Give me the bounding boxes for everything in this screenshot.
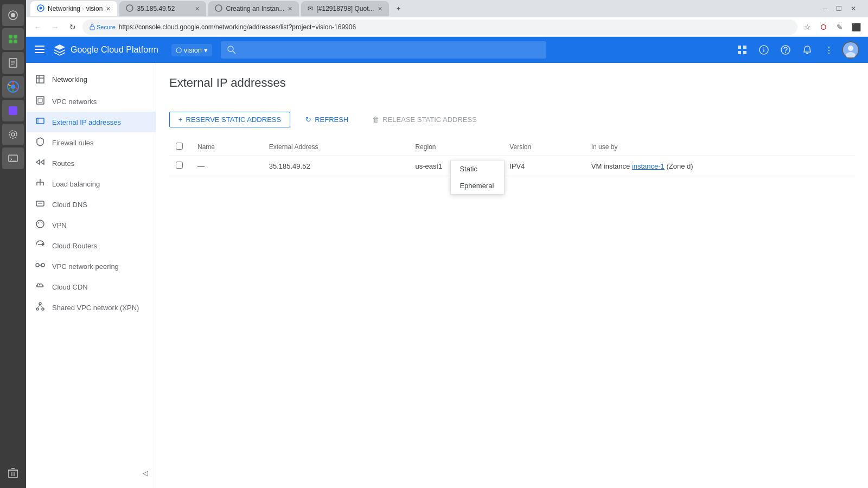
taskbar-icon-files[interactable] xyxy=(2,52,24,74)
title-bar: Networking - vision ✕ 35.185.49.52 ✕ Cre… xyxy=(26,0,868,17)
row-in-use-by: VM instance instance-1 (Zone d) xyxy=(585,156,855,176)
page-title: External IP addresses xyxy=(169,76,286,90)
svg-rect-27 xyxy=(90,27,94,30)
select-all-checkbox[interactable] xyxy=(176,143,183,150)
taskbar-icon-1[interactable] xyxy=(2,4,24,26)
sidebar-label-vpc-peering: VPC network peering xyxy=(52,262,119,271)
header-more-icon[interactable]: ⋮ xyxy=(820,41,838,59)
extensions-btn[interactable]: ⬛ xyxy=(848,20,864,35)
project-dropdown-icon: ▾ xyxy=(204,46,208,54)
svg-rect-15 xyxy=(9,155,17,162)
col-version: Version xyxy=(503,138,585,156)
svg-point-26 xyxy=(215,5,222,11)
address-bar[interactable]: Secure https://console.cloud.google.com/… xyxy=(82,20,797,35)
tab-label-1: Networking - vision xyxy=(48,5,103,12)
sidebar-item-external-ip[interactable]: External IP addresses xyxy=(26,112,156,132)
sidebar-item-cloud-dns[interactable]: Cloud DNS xyxy=(26,194,156,215)
col-checkbox xyxy=(169,138,191,156)
reload-button[interactable]: ↻ xyxy=(65,20,80,35)
col-name: Name xyxy=(191,138,263,156)
taskbar-icon-chrome[interactable] xyxy=(2,76,24,98)
taskbar-icon-purple[interactable] xyxy=(2,100,24,121)
sidebar-item-routes[interactable]: Routes xyxy=(26,153,156,174)
header-help-icon[interactable] xyxy=(777,41,794,59)
reserve-label: RESERVE STATIC ADDRESS xyxy=(186,115,282,124)
header-notif-icon[interactable] xyxy=(799,41,816,59)
tab-close-1[interactable]: ✕ xyxy=(106,5,111,12)
row-checkbox-1[interactable] xyxy=(176,162,183,169)
row-checkbox-cell xyxy=(169,156,191,176)
taskbar-icon-trash[interactable] xyxy=(2,462,24,484)
new-tab-button[interactable]: + xyxy=(391,1,406,16)
svg-point-25 xyxy=(126,5,133,11)
data-table: Name External Address Region Version In … xyxy=(169,138,855,176)
tab-favicon-2 xyxy=(126,4,133,14)
tab-ip[interactable]: 35.185.49.52 ✕ xyxy=(119,1,206,16)
release-static-btn[interactable]: 🗑 RELEASE STATIC ADDRESS xyxy=(363,112,486,127)
sidebar-item-vpn[interactable]: VPN xyxy=(26,215,156,235)
svg-rect-5 xyxy=(14,40,17,43)
cloud-dns-icon xyxy=(35,198,46,210)
release-label: RELEASE STATIC ADDRESS xyxy=(382,115,477,124)
svg-point-11 xyxy=(11,85,15,89)
svg-point-63 xyxy=(39,303,41,305)
edit-btn[interactable]: ✎ xyxy=(832,20,847,35)
dropdown-static[interactable]: Static xyxy=(451,160,504,177)
tab-close-4[interactable]: ✕ xyxy=(378,5,382,12)
sidebar-label-vpn: VPN xyxy=(52,221,67,229)
sidebar-item-firewall-rules[interactable]: Firewall rules xyxy=(26,132,156,153)
minimize-btn[interactable]: ─ xyxy=(819,3,831,15)
load-balancing-icon xyxy=(35,178,46,190)
dropdown-ephemeral[interactable]: Ephemeral xyxy=(451,177,504,194)
header-grid-icon[interactable] xyxy=(733,41,751,59)
sidebar-item-cloud-routers[interactable]: Cloud Routers xyxy=(26,235,156,256)
sidebar-label-routes: Routes xyxy=(52,159,74,168)
reserve-static-btn[interactable]: + RESERVE STATIC ADDRESS xyxy=(169,112,290,127)
svg-point-61 xyxy=(41,264,44,267)
sidebar-label-cloud-cdn: Cloud CDN xyxy=(52,283,88,291)
sidebar-collapse-btn[interactable]: ◁ xyxy=(139,466,152,479)
tab-networking[interactable]: Networking - vision ✕ xyxy=(30,1,117,16)
sidebar-item-vpc-peering[interactable]: VPC network peering xyxy=(26,256,156,277)
refresh-icon: ↻ xyxy=(305,115,311,124)
bookmark-btn[interactable]: ☆ xyxy=(800,20,815,35)
tab-label-2: 35.185.49.52 xyxy=(137,5,175,12)
vpc-peering-icon xyxy=(35,260,46,272)
refresh-btn[interactable]: ↻ REFRESH xyxy=(297,112,357,127)
svg-rect-2 xyxy=(9,35,12,38)
maximize-btn[interactable]: ☐ xyxy=(833,3,845,15)
external-ip-icon xyxy=(35,116,46,128)
svg-point-44 xyxy=(848,46,853,51)
tab-close-3[interactable]: ✕ xyxy=(288,5,292,12)
chrome-window: Networking - vision ✕ 35.185.49.52 ✕ Cre… xyxy=(26,0,868,488)
address-url: https://console.cloud.google.com/network… xyxy=(119,23,356,31)
close-btn[interactable]: ✕ xyxy=(847,3,859,15)
sidebar-item-cloud-cdn[interactable]: Cloud CDN xyxy=(26,277,156,297)
tab-email[interactable]: ✉ [#12918798] Quot... ✕ xyxy=(301,1,388,16)
taskbar-icon-2[interactable] xyxy=(2,28,24,50)
header-info-icon[interactable] xyxy=(755,41,773,59)
sidebar-label-external-ip: External IP addresses xyxy=(52,118,121,126)
row-external-address: 35.185.49.52 xyxy=(263,156,409,176)
instance-link[interactable]: instance-1 xyxy=(632,162,665,170)
cloud-routers-icon xyxy=(35,240,46,252)
header-search[interactable] xyxy=(221,41,546,59)
svg-rect-48 xyxy=(36,118,44,124)
forward-button[interactable]: → xyxy=(48,20,63,35)
sidebar-item-shared-vpc[interactable]: Shared VPC network (XPN) xyxy=(26,297,156,318)
opera-btn[interactable]: O xyxy=(816,20,831,35)
sidebar-item-vpc-networks[interactable]: VPC networks xyxy=(26,91,156,112)
hamburger-menu[interactable] xyxy=(35,44,44,56)
project-selector[interactable]: ⬡ vision ▾ xyxy=(171,44,212,56)
col-region: Region xyxy=(409,138,503,156)
tab-create[interactable]: Creating an Instan... ✕ xyxy=(208,1,299,16)
back-button[interactable]: ← xyxy=(30,20,46,35)
svg-rect-34 xyxy=(743,46,746,49)
sidebar-label-cloud-dns: Cloud DNS xyxy=(52,201,87,209)
address-value: 35.185.49.52 xyxy=(269,162,310,170)
tab-close-2[interactable]: ✕ xyxy=(195,5,200,12)
taskbar-icon-terminal[interactable] xyxy=(2,147,24,169)
user-avatar[interactable] xyxy=(842,41,859,59)
taskbar-icon-settings[interactable] xyxy=(2,124,24,145)
sidebar-item-load-balancing[interactable]: Load balancing xyxy=(26,174,156,194)
